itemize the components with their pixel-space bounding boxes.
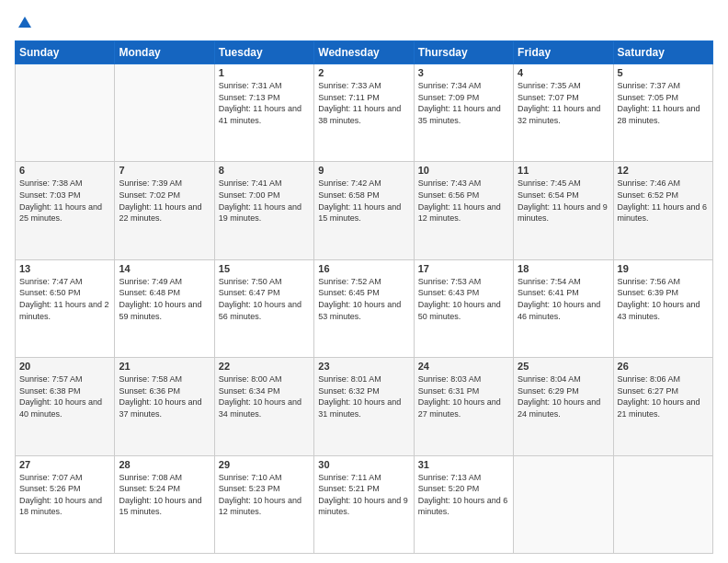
day-number: 25: [518, 361, 609, 372]
page: SundayMondayTuesdayWednesdayThursdayFrid…: [0, 0, 728, 563]
day-info: Sunrise: 7:13 AM Sunset: 5:20 PM Dayligh…: [418, 472, 509, 518]
day-info: Sunrise: 8:06 AM Sunset: 6:27 PM Dayligh…: [618, 373, 709, 419]
calendar-cell: 26Sunrise: 8:06 AM Sunset: 6:27 PM Dayli…: [613, 358, 712, 455]
logo: [15, 15, 35, 31]
day-number: 20: [19, 361, 110, 372]
day-info: Sunrise: 7:41 AM Sunset: 7:00 PM Dayligh…: [219, 178, 310, 224]
day-number: 9: [318, 165, 409, 176]
day-info: Sunrise: 7:37 AM Sunset: 7:05 PM Dayligh…: [618, 80, 709, 126]
calendar-header-monday: Monday: [115, 41, 214, 64]
day-number: 6: [19, 165, 110, 176]
day-number: 15: [219, 263, 310, 274]
calendar-week-row: 20Sunrise: 7:57 AM Sunset: 6:38 PM Dayli…: [16, 358, 713, 455]
day-info: Sunrise: 7:47 AM Sunset: 6:50 PM Dayligh…: [19, 276, 110, 322]
day-number: 18: [518, 263, 609, 274]
calendar-header-sunday: Sunday: [16, 41, 115, 64]
day-number: 1: [219, 67, 310, 78]
day-info: Sunrise: 7:33 AM Sunset: 7:11 PM Dayligh…: [318, 80, 409, 126]
day-info: Sunrise: 7:10 AM Sunset: 5:23 PM Dayligh…: [219, 472, 310, 518]
day-info: Sunrise: 7:49 AM Sunset: 6:48 PM Dayligh…: [119, 276, 210, 322]
day-number: 23: [318, 361, 409, 372]
day-info: Sunrise: 7:46 AM Sunset: 6:52 PM Dayligh…: [618, 178, 709, 224]
day-number: 3: [418, 67, 509, 78]
day-number: 5: [618, 67, 709, 78]
day-info: Sunrise: 8:01 AM Sunset: 6:32 PM Dayligh…: [318, 373, 409, 419]
day-number: 4: [518, 67, 609, 78]
day-number: 22: [219, 361, 310, 372]
calendar-cell: 13Sunrise: 7:47 AM Sunset: 6:50 PM Dayli…: [16, 259, 115, 357]
day-info: Sunrise: 7:42 AM Sunset: 6:58 PM Dayligh…: [318, 178, 409, 224]
calendar-cell: 30Sunrise: 7:11 AM Sunset: 5:21 PM Dayli…: [314, 455, 414, 553]
calendar-week-row: 1Sunrise: 7:31 AM Sunset: 7:13 PM Daylig…: [16, 64, 713, 162]
header: [15, 15, 713, 31]
day-info: Sunrise: 7:39 AM Sunset: 7:02 PM Dayligh…: [119, 178, 210, 224]
calendar-cell: 10Sunrise: 7:43 AM Sunset: 6:56 PM Dayli…: [414, 162, 513, 259]
calendar-cell: 8Sunrise: 7:41 AM Sunset: 7:00 PM Daylig…: [214, 162, 313, 259]
day-number: 26: [618, 361, 709, 372]
day-number: 28: [119, 459, 210, 470]
calendar-cell: [613, 455, 712, 553]
day-number: 27: [19, 459, 110, 470]
calendar-cell: [16, 64, 115, 162]
calendar-cell: 3Sunrise: 7:34 AM Sunset: 7:09 PM Daylig…: [414, 64, 513, 162]
calendar-week-row: 27Sunrise: 7:07 AM Sunset: 5:26 PM Dayli…: [16, 455, 713, 553]
calendar-cell: 15Sunrise: 7:50 AM Sunset: 6:47 PM Dayli…: [214, 259, 313, 357]
day-info: Sunrise: 7:38 AM Sunset: 7:03 PM Dayligh…: [19, 178, 110, 224]
calendar-cell: 16Sunrise: 7:52 AM Sunset: 6:45 PM Dayli…: [314, 259, 414, 357]
calendar-header-wednesday: Wednesday: [314, 41, 414, 64]
day-number: 24: [418, 361, 509, 372]
day-info: Sunrise: 7:11 AM Sunset: 5:21 PM Dayligh…: [318, 472, 409, 518]
calendar-table: SundayMondayTuesdayWednesdayThursdayFrid…: [15, 40, 713, 554]
calendar-cell: 28Sunrise: 7:08 AM Sunset: 5:24 PM Dayli…: [115, 455, 214, 553]
calendar-cell: 6Sunrise: 7:38 AM Sunset: 7:03 PM Daylig…: [16, 162, 115, 259]
calendar-cell: 27Sunrise: 7:07 AM Sunset: 5:26 PM Dayli…: [16, 455, 115, 553]
calendar-cell: 22Sunrise: 8:00 AM Sunset: 6:34 PM Dayli…: [214, 358, 313, 455]
day-info: Sunrise: 7:53 AM Sunset: 6:43 PM Dayligh…: [418, 276, 509, 322]
day-info: Sunrise: 7:08 AM Sunset: 5:24 PM Dayligh…: [119, 472, 210, 518]
day-number: 16: [318, 263, 409, 274]
day-number: 31: [418, 459, 509, 470]
day-number: 12: [618, 165, 709, 176]
calendar-cell: 20Sunrise: 7:57 AM Sunset: 6:38 PM Dayli…: [16, 358, 115, 455]
calendar-header-tuesday: Tuesday: [214, 41, 313, 64]
day-number: 14: [119, 263, 210, 274]
day-info: Sunrise: 7:52 AM Sunset: 6:45 PM Dayligh…: [318, 276, 409, 322]
day-number: 8: [219, 165, 310, 176]
day-info: Sunrise: 8:04 AM Sunset: 6:29 PM Dayligh…: [518, 373, 609, 419]
calendar-cell: 24Sunrise: 8:03 AM Sunset: 6:31 PM Dayli…: [414, 358, 513, 455]
day-info: Sunrise: 7:07 AM Sunset: 5:26 PM Dayligh…: [19, 472, 110, 518]
calendar-cell: 7Sunrise: 7:39 AM Sunset: 7:02 PM Daylig…: [115, 162, 214, 259]
day-info: Sunrise: 7:50 AM Sunset: 6:47 PM Dayligh…: [219, 276, 310, 322]
day-number: 7: [119, 165, 210, 176]
calendar-cell: 31Sunrise: 7:13 AM Sunset: 5:20 PM Dayli…: [414, 455, 513, 553]
day-info: Sunrise: 7:58 AM Sunset: 6:36 PM Dayligh…: [119, 373, 210, 419]
calendar-cell: 17Sunrise: 7:53 AM Sunset: 6:43 PM Dayli…: [414, 259, 513, 357]
calendar-header-saturday: Saturday: [613, 41, 712, 64]
calendar-cell: 11Sunrise: 7:45 AM Sunset: 6:54 PM Dayli…: [514, 162, 613, 259]
calendar-cell: 1Sunrise: 7:31 AM Sunset: 7:13 PM Daylig…: [214, 64, 313, 162]
calendar-header-friday: Friday: [514, 41, 613, 64]
calendar-cell: 4Sunrise: 7:35 AM Sunset: 7:07 PM Daylig…: [514, 64, 613, 162]
calendar-week-row: 13Sunrise: 7:47 AM Sunset: 6:50 PM Dayli…: [16, 259, 713, 357]
day-info: Sunrise: 7:45 AM Sunset: 6:54 PM Dayligh…: [518, 178, 609, 224]
calendar-cell: [514, 455, 613, 553]
calendar-cell: 12Sunrise: 7:46 AM Sunset: 6:52 PM Dayli…: [613, 162, 712, 259]
calendar-cell: 29Sunrise: 7:10 AM Sunset: 5:23 PM Dayli…: [214, 455, 313, 553]
day-number: 29: [219, 459, 310, 470]
day-number: 30: [318, 459, 409, 470]
day-number: 21: [119, 361, 210, 372]
logo-text: [15, 15, 35, 31]
day-info: Sunrise: 7:57 AM Sunset: 6:38 PM Dayligh…: [19, 373, 110, 419]
day-info: Sunrise: 7:35 AM Sunset: 7:07 PM Dayligh…: [518, 80, 609, 126]
calendar-cell: 2Sunrise: 7:33 AM Sunset: 7:11 PM Daylig…: [314, 64, 414, 162]
day-number: 13: [19, 263, 110, 274]
day-number: 10: [418, 165, 509, 176]
calendar-cell: 18Sunrise: 7:54 AM Sunset: 6:41 PM Dayli…: [514, 259, 613, 357]
calendar-cell: 25Sunrise: 8:04 AM Sunset: 6:29 PM Dayli…: [514, 358, 613, 455]
calendar-cell: [115, 64, 214, 162]
calendar-cell: 9Sunrise: 7:42 AM Sunset: 6:58 PM Daylig…: [314, 162, 414, 259]
day-number: 11: [518, 165, 609, 176]
day-number: 19: [618, 263, 709, 274]
day-info: Sunrise: 7:34 AM Sunset: 7:09 PM Dayligh…: [418, 80, 509, 126]
calendar-cell: 23Sunrise: 8:01 AM Sunset: 6:32 PM Dayli…: [314, 358, 414, 455]
